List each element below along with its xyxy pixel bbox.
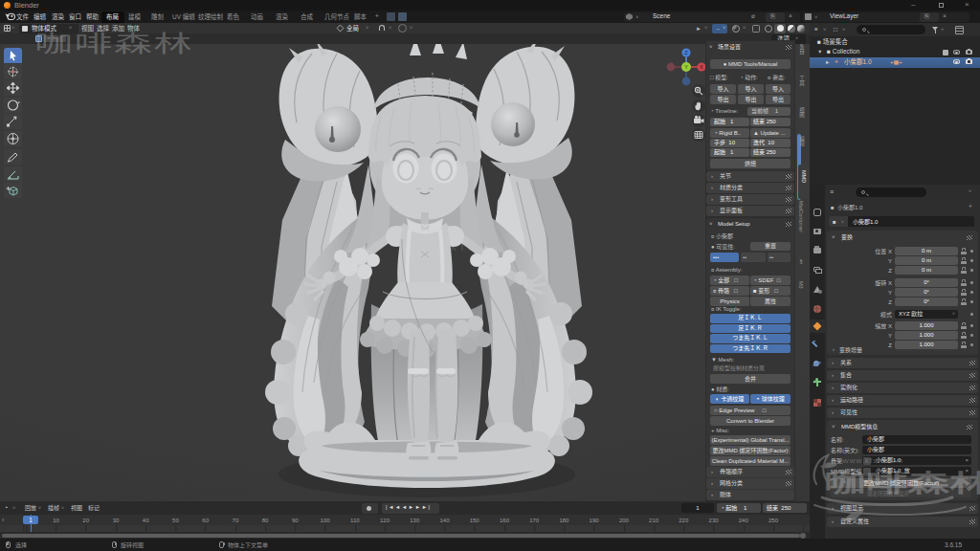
svg-text:Z: Z: [684, 50, 687, 55]
svg-text:Y: Y: [684, 64, 688, 70]
